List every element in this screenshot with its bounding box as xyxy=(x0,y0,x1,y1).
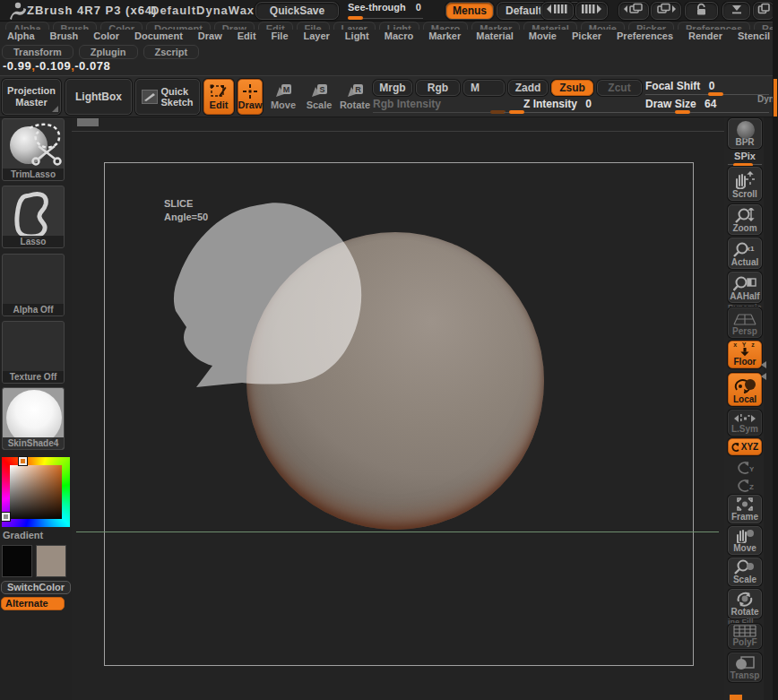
current-brush-thumb[interactable]: TrimLasso xyxy=(2,118,65,181)
lsym-button[interactable]: L.Sym xyxy=(728,410,762,436)
m-button[interactable]: M xyxy=(463,80,505,96)
menu-item[interactable]: Brush xyxy=(43,30,86,44)
current-texture-thumb[interactable]: Texture Off xyxy=(2,321,65,384)
next-interface-button[interactable] xyxy=(651,2,681,20)
scale-view-button[interactable]: Scale xyxy=(728,557,762,586)
zscript-prev-button[interactable] xyxy=(541,2,574,20)
zadd-button[interactable]: Zadd xyxy=(508,80,548,96)
main-color-swatch[interactable] xyxy=(2,545,32,577)
move-hand-icon xyxy=(734,528,756,543)
hue-marker[interactable] xyxy=(19,457,27,465)
xyz-rotate-button[interactable]: XYZ xyxy=(728,438,762,455)
draw-button[interactable]: Draw xyxy=(238,79,263,115)
saturation-square[interactable] xyxy=(10,465,62,519)
menu-item[interactable]: Marker xyxy=(421,30,468,44)
menu-item[interactable]: Macro xyxy=(377,30,420,44)
prev-interface-button[interactable] xyxy=(618,2,649,20)
slice-lasso-overlay xyxy=(161,193,376,403)
rotate-mode-button[interactable]: R Rotate xyxy=(338,79,372,115)
current-stroke-thumb[interactable]: Lasso xyxy=(2,186,65,248)
menu-item[interactable]: Light xyxy=(338,30,376,44)
mrgb-button[interactable]: Mrgb xyxy=(373,80,412,96)
aahalf-button[interactable]: AAHalf xyxy=(728,272,762,303)
floor-button[interactable]: x Y z Floor xyxy=(728,341,762,368)
rgb-intensity-slider[interactable]: Rgb Intensity xyxy=(373,98,506,114)
draw-size-handle[interactable] xyxy=(675,110,690,114)
switch-color-button[interactable]: SwitchColor xyxy=(1,581,71,594)
lock-button[interactable] xyxy=(685,2,718,20)
menu-item[interactable]: Picker xyxy=(565,30,609,44)
actual-size-icon: x1 xyxy=(733,242,756,257)
rgb-button[interactable]: Rgb xyxy=(416,80,460,96)
rotate-view-button[interactable]: Rotate xyxy=(728,589,762,618)
frame-button[interactable]: Frame xyxy=(728,495,762,523)
move-mode-button[interactable]: M Move xyxy=(267,79,299,115)
zoom-button[interactable]: Zoom xyxy=(728,204,762,235)
z-intensity-label: Z Intensity xyxy=(523,98,577,110)
menu-item[interactable]: Transform xyxy=(2,45,73,59)
polyf-button[interactable]: PolyF xyxy=(728,624,762,649)
svg-text:R: R xyxy=(355,85,361,94)
zscript-next-button[interactable] xyxy=(575,2,608,20)
lightbox-button[interactable]: LightBox xyxy=(65,79,132,115)
window-swap-right-icon xyxy=(655,3,677,15)
color-picker[interactable] xyxy=(2,457,70,527)
shelf-collapse-arrow-icon[interactable] xyxy=(761,361,766,368)
edit-button[interactable]: Edit xyxy=(203,79,234,115)
see-through-handle[interactable] xyxy=(348,16,363,20)
menu-item[interactable]: Layer xyxy=(297,30,337,44)
menu-item[interactable]: Zplugin xyxy=(79,45,138,59)
restore-window-button[interactable] xyxy=(753,2,774,20)
zoom-magnifier-icon xyxy=(734,208,756,223)
scroll-button[interactable]: Scroll xyxy=(728,167,762,201)
menu-item[interactable]: Color xyxy=(86,30,126,44)
gradient-label[interactable]: Gradient xyxy=(3,530,43,540)
menu-item[interactable]: Alpha xyxy=(0,30,42,44)
menu-item[interactable]: Zscript xyxy=(143,45,200,59)
transp-button[interactable]: Transp xyxy=(728,652,762,682)
actual-button[interactable]: x1 Actual xyxy=(728,238,762,269)
move-view-button[interactable]: Move xyxy=(728,526,762,555)
lightbox-label: LightBox xyxy=(75,91,122,103)
menu-item[interactable]: Movie xyxy=(522,30,564,44)
see-through-slider[interactable]: See-through 0 xyxy=(348,2,423,20)
menu-item[interactable]: Material xyxy=(469,30,521,44)
secondary-color-swatch[interactable] xyxy=(36,545,66,577)
zcut-button[interactable]: Zcut xyxy=(597,80,642,96)
draw-size-slider[interactable]: Draw Size 64 xyxy=(645,98,769,114)
sv-marker[interactable] xyxy=(2,513,10,521)
hide-interface-button[interactable] xyxy=(722,2,750,20)
projection-master-button[interactable]: Projection Master xyxy=(2,79,61,115)
menu-item[interactable]: Render xyxy=(681,30,730,44)
y-rotate-button[interactable]: Y xyxy=(734,460,754,480)
quicksave-button[interactable]: QuickSave xyxy=(255,2,339,20)
canvas-handle[interactable] xyxy=(77,118,99,126)
menu-item[interactable]: Document xyxy=(127,30,190,44)
title-bar: ZBrush 4R7 P3 (x64) DefaultDynaWax64 Qui… xyxy=(0,0,778,22)
menus-button[interactable]: Menus xyxy=(445,2,494,20)
current-material-thumb[interactable]: SkinShade4 xyxy=(2,387,65,450)
scale-mode-button[interactable]: S Scale xyxy=(303,79,335,115)
focal-shift-slider[interactable]: Focal Shift 0 xyxy=(645,80,769,96)
alternate-button[interactable]: Alternate xyxy=(1,597,65,610)
persp-button[interactable]: Persp xyxy=(728,307,762,338)
spix-slider[interactable]: SPix xyxy=(728,151,762,161)
zsub-button[interactable]: Zsub xyxy=(551,80,593,96)
lsym-label: L.Sym xyxy=(731,424,758,435)
bpr-button[interactable]: BPR xyxy=(728,118,762,149)
shelf-collapse-arrow-icon[interactable] xyxy=(761,373,766,380)
menu-item[interactable]: Stencil xyxy=(730,30,777,44)
polyframe-grid-icon xyxy=(733,625,756,637)
focal-shift-handle[interactable] xyxy=(708,92,723,96)
stroke-name-label: Lasso xyxy=(3,236,64,247)
menu-item[interactable]: File xyxy=(264,30,296,44)
menu-item[interactable]: Preferences xyxy=(609,30,680,44)
quick-sketch-button[interactable]: Quick Sketch xyxy=(135,79,200,115)
menu-item[interactable]: Draw xyxy=(191,30,229,44)
current-alpha-thumb[interactable]: Alpha Off xyxy=(2,254,65,316)
menu-item[interactable]: Edit xyxy=(230,30,264,44)
local-button[interactable]: Local xyxy=(728,373,762,406)
document-canvas[interactable]: SLICE Angle=50 xyxy=(72,117,724,700)
menu-bar: AlphaBrushColorDocumentDrawEditFileLayer… xyxy=(0,30,778,44)
z-intensity-handle[interactable] xyxy=(509,110,524,114)
